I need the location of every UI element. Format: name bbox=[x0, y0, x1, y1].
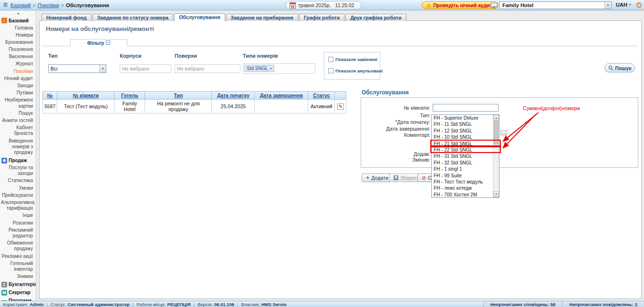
col-start-label[interactable]: Дата початку bbox=[217, 92, 249, 98]
dropdown-item[interactable]: FH - 31 Std SNGL bbox=[432, 153, 493, 159]
col-start[interactable]: Дата початку bbox=[212, 92, 255, 100]
col-room[interactable]: № кімнати bbox=[57, 92, 114, 100]
sidebar-item-holovna[interactable]: Головна bbox=[0, 24, 36, 31]
sidebar-item-obmezhennya-prodazhu[interactable]: Обмеження продажу bbox=[0, 240, 36, 253]
col-hotel-label[interactable]: Готель bbox=[121, 92, 138, 98]
tab-nomernyi-fond[interactable]: Номерний фонд bbox=[42, 14, 92, 21]
breadcrumb-section[interactable]: Покоївки bbox=[38, 2, 59, 8]
col-status[interactable]: Статус bbox=[308, 92, 335, 100]
sidebar-section-basic[interactable]: ⌂ Базовий bbox=[0, 16, 36, 24]
scrollbar-thumb[interactable] bbox=[494, 122, 499, 144]
sidebar-item-poselennya[interactable]: Поселення bbox=[0, 46, 36, 53]
sidebar-item-statystyka[interactable]: Статистика bbox=[0, 177, 36, 184]
dropdown-item[interactable]: FH - Superior Deluxe bbox=[432, 115, 493, 121]
sidebar-item-zakhody[interactable]: Заходи bbox=[0, 82, 36, 90]
col-room-label[interactable]: № кімнати bbox=[73, 92, 99, 98]
col-end-label[interactable]: Дата завершення bbox=[260, 92, 303, 98]
col-end[interactable]: Дата завершення bbox=[255, 92, 308, 100]
unread-messages-badge[interactable]: Непрочитаних повідомлень: 2 bbox=[562, 301, 644, 307]
scrollbar-down-icon[interactable]: ▼ bbox=[493, 191, 499, 197]
sidebar-item-preiskuranty[interactable]: Прейскуранти bbox=[0, 192, 36, 199]
sidebar-section-loyalty[interactable]: ★ Програма ло bbox=[0, 297, 36, 301]
dropdown-scrollbar[interactable]: ▲ ▼ bbox=[493, 115, 499, 197]
dropdown-item[interactable]: FH - люкс котедж bbox=[432, 185, 493, 191]
dropdown-item[interactable]: FH - 11 Std SNGL bbox=[432, 121, 493, 127]
sidebar-section-accounting[interactable]: Σ Бухгалтерія bbox=[0, 280, 36, 288]
hotel-select[interactable]: Family Hotel bbox=[499, 1, 612, 9]
night-audit-warning-button[interactable]: Проведіть нічний аудит! bbox=[422, 1, 499, 9]
sidebar-item-zhurnal[interactable]: Журнал bbox=[0, 61, 36, 68]
dropdown-item[interactable]: FH - 12 Std SNGL bbox=[432, 128, 493, 134]
sidebar-item-inshe[interactable]: Інше bbox=[0, 212, 36, 219]
dropdown-item[interactable]: FH - 700 Хостел 2М bbox=[432, 192, 493, 198]
status-bar: Користувач:Admin Статус:Системный админи… bbox=[0, 301, 644, 307]
dropdown-item-highlighted[interactable]: FH - 21 Std SNGL bbox=[432, 141, 493, 147]
tab-obsluhovuvannya[interactable]: Обслуговування bbox=[174, 13, 225, 21]
type-filter-select[interactable]: Всі bbox=[48, 64, 106, 73]
sidebar-item-rozsylky[interactable]: Розсилки bbox=[0, 219, 36, 226]
menu-icon[interactable]: ≣ bbox=[3, 1, 8, 8]
search-button[interactable]: Пошук bbox=[604, 63, 635, 72]
tab-zavdannya-po-statusu[interactable]: Завдання по статусу номера bbox=[93, 14, 174, 21]
sidebar-section-sales[interactable]: ₴ Продаж bbox=[0, 156, 36, 164]
buildings-input[interactable] bbox=[120, 64, 171, 73]
sidebar-item-vyselennya[interactable]: Виселення bbox=[0, 53, 36, 61]
table-row[interactable]: 5587 Тест (Тест модуль) Family Hotel На … bbox=[43, 100, 346, 113]
cell-room: Тест (Тест модуль) bbox=[57, 100, 114, 113]
edit-icon[interactable] bbox=[337, 103, 344, 110]
add-button[interactable]: Додати bbox=[362, 174, 393, 182]
save-icon bbox=[394, 175, 398, 180]
dropdown-item[interactable]: FH - 10 Std SNGL bbox=[432, 134, 493, 140]
date-picker-button[interactable]: .. bbox=[500, 130, 507, 135]
dropdown-item-highlighted[interactable]: FH - 22 Std SNGL bbox=[432, 147, 493, 153]
col-id[interactable]: № bbox=[43, 92, 57, 100]
sidebar-item-vyvedennya-nomeriv[interactable]: Виведення номерів з продажу bbox=[0, 137, 36, 156]
sidebar-section-secretary[interactable]: ✉ Секретар bbox=[0, 288, 36, 297]
room-number-input[interactable] bbox=[433, 104, 499, 112]
filter-header[interactable]: Фільтр − bbox=[70, 39, 127, 46]
sidebar-item-poshuk[interactable]: Пошук bbox=[0, 110, 36, 117]
sidebar-item-kabinet-bronista[interactable]: Кабінет броніста bbox=[0, 124, 36, 137]
show-finished-checkbox[interactable] bbox=[328, 57, 333, 62]
show-cancelled-label: Показати анульовані bbox=[335, 68, 383, 73]
unread-notifications-badge[interactable]: Непрочитаних сповіщень: 56 bbox=[483, 301, 562, 307]
col-type[interactable]: Тип bbox=[145, 92, 212, 100]
dropdown-item[interactable]: FH - 1 singl 1 bbox=[432, 166, 493, 172]
sidebar-item-nezberezheni-kartky[interactable]: Незбережені картки bbox=[0, 97, 36, 110]
dropdown-item[interactable]: FH - Тест Тест модуль bbox=[432, 179, 493, 185]
floors-input[interactable] bbox=[175, 64, 240, 73]
sidebar-collapse-button[interactable]: ◄ bbox=[0, 10, 36, 16]
sidebar-item-alternatyvna-taryfikatsiya[interactable]: Альтернативна тарифікація bbox=[0, 199, 36, 212]
col-status-label[interactable]: Статус bbox=[313, 92, 330, 98]
tag-remove-icon[interactable]: × bbox=[270, 66, 272, 71]
sidebar-item-znyzhky[interactable]: Знижки bbox=[0, 273, 36, 280]
workstation-icon[interactable] bbox=[490, 2, 498, 10]
col-hotel[interactable]: Готель bbox=[114, 92, 145, 100]
sidebar-item-umovy[interactable]: Умови bbox=[0, 184, 36, 192]
cell-id: 5587 bbox=[43, 100, 57, 113]
sidebar-item-nichnyi-audyt[interactable]: Нічний аудит bbox=[0, 75, 36, 82]
tab-zavdannya-na-prybyrannya[interactable]: Завдання на прибирання bbox=[226, 14, 298, 21]
sidebar-item-putivky[interactable]: Путівки bbox=[0, 90, 36, 97]
power-icon[interactable] bbox=[636, 2, 642, 9]
sidebar-item-hotelnyi-inventar[interactable]: Готельний інвентар bbox=[0, 260, 36, 273]
tab-hrafik-roboty[interactable]: Графік роботи bbox=[299, 14, 344, 21]
sidebar-item-nomery[interactable]: Номери bbox=[0, 31, 36, 39]
sidebar-item-reklamnyi-redaktor[interactable]: Рекламний редактор bbox=[0, 226, 36, 239]
room-types-input[interactable]: Std SNGL × bbox=[243, 63, 315, 74]
filter-collapse-icon[interactable]: − bbox=[106, 41, 110, 45]
tab-druk-hrafika[interactable]: Друк графіка роботи bbox=[345, 14, 406, 21]
sidebar-item-pokoivky[interactable]: Покоївки bbox=[0, 68, 36, 75]
show-cancelled-checkbox[interactable] bbox=[328, 68, 333, 73]
col-id-label[interactable]: № bbox=[47, 92, 53, 98]
sidebar-item-posluhy-ta-zakhody[interactable]: Послуги та заходи bbox=[0, 164, 36, 177]
sidebar-item-ankety-hostei[interactable]: Анкети гостей bbox=[0, 117, 36, 124]
sidebar-item-reklamni-aktsii[interactable]: Рекламні акції bbox=[0, 253, 36, 260]
dropdown-item[interactable]: FH - 32 Std SNGL bbox=[432, 160, 493, 166]
sidebar-item-bronyuvannya[interactable]: Бронювання bbox=[0, 39, 36, 46]
breadcrumb-home[interactable]: Базовий bbox=[10, 2, 31, 8]
scrollbar-up-icon[interactable]: ▲ bbox=[493, 115, 499, 121]
col-type-label[interactable]: Тип bbox=[174, 92, 183, 98]
dropdown-item[interactable]: FH - 99 Suite bbox=[432, 173, 493, 179]
currency-select[interactable]: UAH bbox=[616, 2, 632, 8]
